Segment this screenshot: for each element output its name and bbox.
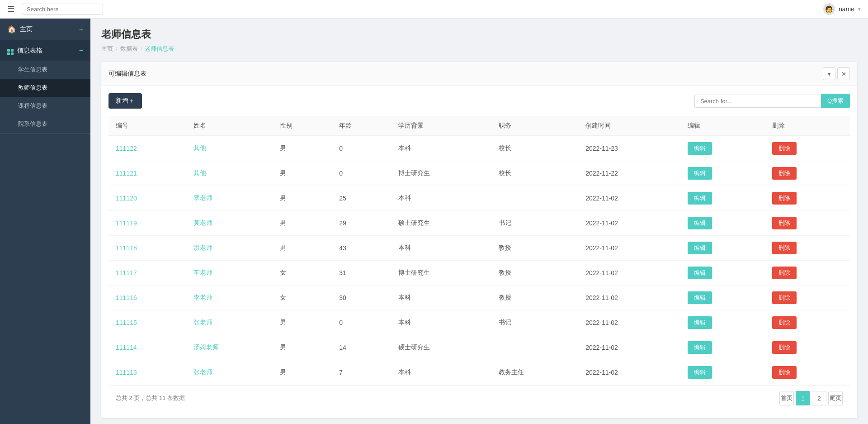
cell-age: 29 [332, 211, 391, 236]
add-button[interactable]: 新增＋ [108, 93, 142, 109]
cell-delete[interactable]: 删除 [765, 161, 850, 186]
card-header: 可编辑信息表 ▾ ✕ [101, 62, 857, 86]
cell-created: 2022-11-22 [578, 161, 680, 186]
cell-delete[interactable]: 删除 [765, 286, 850, 310]
cell-edit[interactable]: 编辑 [680, 261, 765, 286]
cell-delete[interactable]: 删除 [765, 360, 850, 385]
cell-position [491, 335, 578, 360]
delete-button[interactable]: 删除 [772, 291, 797, 304]
cell-name[interactable]: 车老师 [186, 261, 273, 286]
cell-created: 2022-11-02 [578, 335, 680, 360]
cell-gender: 男 [273, 136, 332, 161]
edit-button[interactable]: 编辑 [688, 341, 712, 354]
table-row: 111117 车老师 女 31 博士研究生 教授 2022-11-02 编辑 删… [108, 261, 850, 286]
cell-delete[interactable]: 删除 [765, 136, 850, 161]
search-button[interactable]: Q搜索 [821, 94, 850, 108]
delete-button[interactable]: 删除 [772, 167, 797, 180]
cell-edit[interactable]: 编辑 [680, 236, 765, 261]
cell-name[interactable]: 覃老师 [186, 186, 273, 211]
delete-button[interactable]: 删除 [772, 267, 797, 279]
cell-name[interactable]: 李老师 [186, 286, 273, 310]
cell-delete[interactable]: 删除 [765, 186, 850, 211]
cell-name[interactable]: 汤姆老师 [186, 335, 273, 360]
cell-id[interactable]: 111115 [108, 310, 186, 335]
cell-edit[interactable]: 编辑 [680, 286, 765, 310]
col-header-education: 学历背景 [391, 116, 491, 136]
cell-edit[interactable]: 编辑 [680, 161, 765, 186]
table-row: 111120 覃老师 男 25 本科 2022-11-02 编辑 删除 [108, 186, 850, 211]
cell-id[interactable]: 111116 [108, 286, 186, 310]
cell-edit[interactable]: 编辑 [680, 211, 765, 236]
edit-button[interactable]: 编辑 [688, 217, 712, 229]
cell-age: 0 [332, 310, 391, 335]
edit-button[interactable]: 编辑 [688, 267, 712, 279]
cell-age: 43 [332, 236, 391, 261]
user-caret-icon[interactable]: ▾ [858, 6, 861, 12]
cell-name[interactable]: 其他 [186, 136, 273, 161]
cell-id[interactable]: 111118 [108, 236, 186, 261]
topbar-search-input[interactable] [27, 6, 98, 13]
edit-button[interactable]: 编辑 [688, 366, 712, 379]
card-close-button[interactable]: ✕ [837, 67, 850, 80]
breadcrumb-data[interactable]: 数据表 [120, 45, 138, 53]
cell-name[interactable]: 洪老师 [186, 236, 273, 261]
page-first-button[interactable]: 首页 [779, 391, 794, 405]
cell-name[interactable]: 莫老师 [186, 211, 273, 236]
edit-button[interactable]: 编辑 [688, 291, 712, 304]
edit-button[interactable]: 编辑 [688, 316, 712, 329]
page-1-button[interactable]: 1 [796, 391, 810, 405]
col-header-age: 年龄 [332, 116, 391, 136]
cell-name[interactable]: 其他 [186, 161, 273, 186]
cell-created: 2022-11-23 [578, 136, 680, 161]
cell-id[interactable]: 111122 [108, 136, 186, 161]
cell-id[interactable]: 111113 [108, 360, 186, 385]
delete-button[interactable]: 删除 [772, 341, 797, 354]
sidebar-item-departments[interactable]: 院系信息表 [0, 115, 90, 133]
edit-button[interactable]: 编辑 [688, 192, 712, 205]
cell-name[interactable]: 张老师 [186, 310, 273, 335]
sidebar-item-students[interactable]: 学生信息表 [0, 61, 90, 79]
cell-id[interactable]: 111120 [108, 186, 186, 211]
cell-delete[interactable]: 删除 [765, 335, 850, 360]
cell-delete[interactable]: 删除 [765, 310, 850, 335]
delete-button[interactable]: 删除 [772, 316, 797, 329]
sidebar-collapse-icon[interactable]: − [79, 47, 83, 55]
cell-delete[interactable]: 删除 [765, 236, 850, 261]
page-last-button[interactable]: 尾页 [828, 391, 843, 405]
edit-button[interactable]: 编辑 [688, 167, 712, 180]
grid-icon [7, 46, 14, 55]
cell-id[interactable]: 111121 [108, 161, 186, 186]
edit-button[interactable]: 编辑 [688, 242, 712, 254]
delete-button[interactable]: 删除 [772, 366, 797, 379]
delete-button[interactable]: 删除 [772, 242, 797, 254]
sidebar-item-home[interactable]: 🏠 主页 + [0, 19, 90, 40]
edit-button[interactable]: 编辑 [688, 142, 712, 155]
sidebar-section-header[interactable]: 信息表格 − [0, 40, 90, 61]
cell-id[interactable]: 111117 [108, 261, 186, 286]
cell-created: 2022-11-02 [578, 310, 680, 335]
cell-edit[interactable]: 编辑 [680, 335, 765, 360]
cell-edit[interactable]: 编辑 [680, 310, 765, 335]
cell-id[interactable]: 111114 [108, 335, 186, 360]
sidebar-item-teachers[interactable]: 教师信息表 [0, 79, 90, 97]
breadcrumb-home[interactable]: 主页 [101, 45, 113, 53]
cell-edit[interactable]: 编辑 [680, 186, 765, 211]
cell-delete[interactable]: 删除 [765, 261, 850, 286]
cell-id[interactable]: 111119 [108, 211, 186, 236]
menu-toggle-icon[interactable]: ☰ [7, 4, 14, 14]
sidebar-add-icon[interactable]: + [79, 25, 83, 33]
delete-button[interactable]: 删除 [772, 217, 797, 229]
cell-edit[interactable]: 编辑 [680, 136, 765, 161]
cell-edit[interactable]: 编辑 [680, 360, 765, 385]
delete-button[interactable]: 删除 [772, 192, 797, 205]
cell-delete[interactable]: 删除 [765, 211, 850, 236]
page-2-button[interactable]: 2 [812, 391, 826, 405]
topbar-search-box[interactable] [22, 4, 103, 15]
sidebar-item-courses[interactable]: 课程信息表 [0, 97, 90, 115]
cell-name[interactable]: 张老师 [186, 360, 273, 385]
user-name[interactable]: name [839, 5, 854, 13]
cell-position: 书记 [491, 310, 578, 335]
table-search-input[interactable] [694, 95, 821, 108]
card-collapse-button[interactable]: ▾ [823, 67, 835, 80]
delete-button[interactable]: 删除 [772, 142, 797, 155]
